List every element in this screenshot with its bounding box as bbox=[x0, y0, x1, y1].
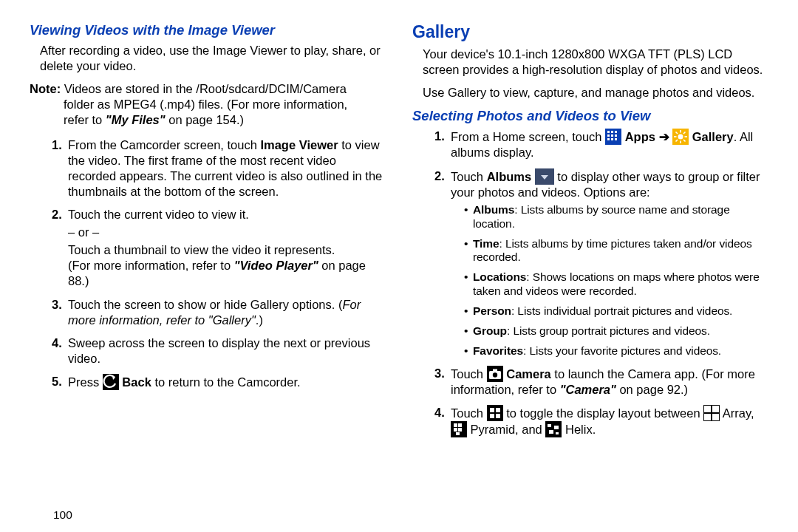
array-icon bbox=[703, 405, 720, 421]
step-5: 5. Press Back to return to the Camcorder… bbox=[52, 374, 386, 390]
svg-rect-40 bbox=[545, 421, 562, 437]
helix-icon bbox=[545, 421, 562, 437]
svg-rect-27 bbox=[490, 408, 494, 412]
back-icon bbox=[103, 374, 119, 390]
manual-page: Viewing Videos with the Image Viewer Aft… bbox=[0, 0, 798, 532]
opt-time: Time: Lists albums by time pictures take… bbox=[464, 237, 768, 265]
svg-rect-30 bbox=[496, 414, 500, 418]
step-1: 1. From the Camcorder screen, touch Imag… bbox=[52, 137, 386, 200]
step-2: 2. Touch the current video to view it. –… bbox=[52, 207, 386, 290]
note-line-3b: on page 154.) bbox=[166, 113, 244, 126]
subheading-viewing-videos: Viewing Videos with the Image Viewer bbox=[30, 22, 386, 38]
options-list: Albums: Lists albums by source name and … bbox=[451, 203, 768, 358]
opt-albums: Albums: Lists albums by source name and … bbox=[464, 203, 768, 231]
gallery-intro-2: Use Gallery to view, capture, and manage… bbox=[412, 85, 768, 100]
svg-rect-5 bbox=[607, 134, 610, 137]
left-column: Viewing Videos with the Image Viewer Aft… bbox=[30, 22, 386, 525]
gallery-intro-1: Your device's 10.1-inch 1280x800 WXGA TF… bbox=[412, 47, 768, 78]
svg-rect-6 bbox=[611, 134, 613, 137]
left-steps: 1. From the Camcorder screen, touch Imag… bbox=[30, 137, 386, 391]
gallery-icon bbox=[672, 129, 689, 145]
svg-rect-24 bbox=[493, 369, 497, 371]
opt-favorites: Favorites: Lists your favorite pictures … bbox=[464, 344, 768, 358]
svg-rect-42 bbox=[554, 426, 559, 429]
heading-gallery: Gallery bbox=[412, 22, 768, 42]
svg-rect-36 bbox=[458, 423, 462, 427]
svg-rect-29 bbox=[490, 414, 494, 418]
ref-my-files: "My Files" bbox=[106, 113, 166, 126]
layout-toggle-icon bbox=[487, 405, 503, 421]
intro-paragraph: After recording a video, use the Image V… bbox=[30, 43, 386, 74]
opt-person: Person: Lists individual portrait pictur… bbox=[464, 304, 768, 318]
svg-point-12 bbox=[678, 134, 683, 140]
svg-rect-28 bbox=[496, 408, 500, 412]
ref-camera: "Camera" bbox=[560, 383, 616, 396]
svg-rect-41 bbox=[548, 424, 551, 427]
opt-locations: Locations: Shows locations on maps where… bbox=[464, 270, 768, 299]
apps-icon bbox=[605, 129, 621, 145]
note-label: Note: bbox=[30, 82, 61, 95]
note-block: Note: Videos are stored in the /Root/sdc… bbox=[30, 81, 386, 128]
r-step-4: 4. Touch to toggle the display layout be… bbox=[434, 405, 768, 437]
svg-rect-3 bbox=[611, 131, 613, 133]
svg-rect-2 bbox=[607, 131, 610, 133]
svg-rect-10 bbox=[615, 138, 617, 140]
svg-rect-9 bbox=[611, 138, 613, 140]
note-line-1: Videos are stored in the /Root/sdcard/DC… bbox=[64, 82, 347, 95]
svg-rect-35 bbox=[454, 423, 457, 427]
right-column: Gallery Your device's 10.1-inch 1280x800… bbox=[412, 22, 768, 525]
camera-icon bbox=[487, 366, 503, 382]
pyramid-icon bbox=[451, 421, 467, 437]
svg-rect-43 bbox=[549, 430, 553, 434]
svg-rect-7 bbox=[615, 134, 617, 137]
note-line-3a: refer to bbox=[64, 113, 106, 126]
svg-rect-37 bbox=[454, 428, 457, 432]
step-3: 3. Touch the screen to show or hide Gall… bbox=[52, 297, 386, 328]
svg-rect-26 bbox=[487, 405, 503, 421]
svg-rect-8 bbox=[607, 138, 610, 140]
arrow-icon: ➔ bbox=[659, 130, 673, 143]
r-step-2: 2. Touch Albums to display other ways to… bbox=[434, 168, 768, 358]
step-4: 4. Sweep across the screen to display th… bbox=[52, 335, 386, 366]
r-step-1: 1. From a Home screen, touch Apps ➔ Gall… bbox=[434, 129, 768, 160]
note-line-2: folder as MPEG4 (.mp4) files. (For more … bbox=[64, 97, 386, 112]
page-number: 100 bbox=[53, 508, 72, 522]
subheading-selecting: Selecting Photos and Videos to View bbox=[412, 108, 768, 124]
r-step-3: 3. Touch Camera to launch the Camera app… bbox=[434, 366, 768, 398]
svg-rect-39 bbox=[456, 432, 460, 435]
svg-rect-4 bbox=[615, 131, 617, 133]
svg-point-25 bbox=[492, 372, 497, 377]
opt-group: Group: Lists group portrait pictures and… bbox=[464, 324, 768, 338]
svg-rect-38 bbox=[458, 428, 462, 432]
right-steps: 1. From a Home screen, touch Apps ➔ Gall… bbox=[412, 129, 768, 437]
svg-rect-44 bbox=[556, 432, 559, 434]
dropdown-icon bbox=[535, 168, 554, 185]
ref-video-player: "Video Player" bbox=[234, 259, 318, 272]
